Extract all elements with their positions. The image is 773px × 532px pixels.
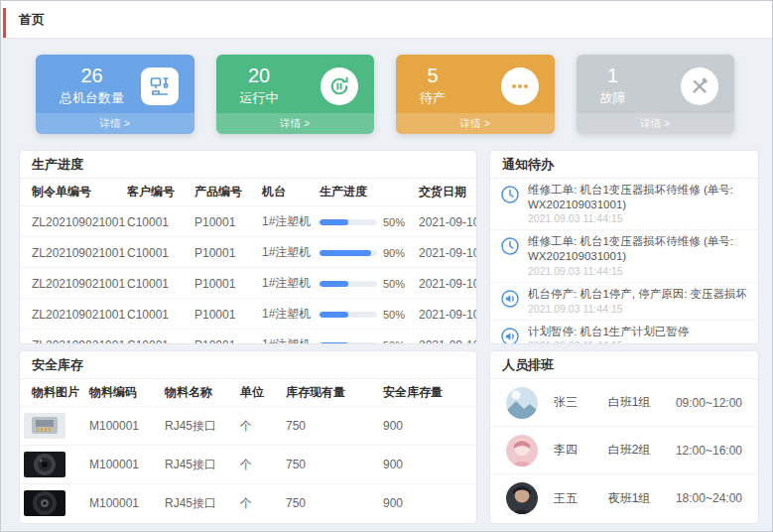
product-no-cell: P10001 [191,237,258,268]
stat-card-total-machines[interactable]: 26 总机台数量 详情 > [36,55,194,134]
column-header: 物料图片 [20,379,85,407]
progress-label: 50% [383,339,405,345]
clock-icon [500,185,520,204]
material-code-cell: M100001 [85,446,161,484]
avatar-photo [506,435,538,466]
column-header: 生产进度 [316,179,415,206]
safety-stock-cell: 900 [379,484,476,523]
schedule-row: 王五 夜班1组 18:00~24:00 [490,474,758,522]
order-no-cell: ZL202109021001 [20,237,123,268]
stat-label: 待产 [420,89,446,107]
shift-label: 白班1组 [608,394,676,411]
panel-title: 通知待办 [490,151,758,179]
on-hand-cell: 750 [282,446,379,484]
card-detail-link[interactable]: 详情 > [36,113,194,134]
notification-item[interactable]: 计划暂停: 机台1生产计划已暂停 2021.09.03 11:44:15 [490,321,758,344]
notification-item[interactable]: 维修工单: 机台1变压器损坏待维修 (单号: WX202109031001) 2… [490,230,758,282]
progress-cell: 50% [316,330,415,345]
person-name: 李四 [554,442,608,459]
notification-time: 2021.09.03 11:44:15 [528,212,748,224]
material-image-cell [20,446,85,484]
table-row: M100001 RJ45接口 个 750 900 [20,407,476,446]
notification-time: 2021.09.03 11:44:15 [528,303,747,315]
progress-label: 50% [383,216,405,228]
order-no-cell: ZL202109021001 [20,206,123,237]
material-code-cell: M100001 [85,407,161,446]
speaker-icon [500,289,520,309]
product-no-cell: P10001 [191,330,258,345]
shift-label: 夜班1组 [608,490,676,507]
notification-item[interactable]: 维修工单: 机台1变压器损坏待维修 (单号: WX202109031001) 2… [490,179,758,230]
table-row: M100001 RJ45接口 个 750 900 [20,446,476,484]
card-detail-link[interactable]: 详情 > [577,113,735,134]
card-detail-link[interactable]: 详情 > [396,113,555,134]
ellipsis-icon [501,67,539,105]
stat-cards-row: 26 总机台数量 详情 > 20 运行中 [36,55,734,134]
delivery-date-cell: 2021-09-10 [415,206,476,237]
product-no-cell: P10001 [191,299,258,330]
speaker-icon [500,327,520,344]
panel-notifications: 通知待办 维修工单: 机台1变压器损坏待维修 (单号: WX2021090310… [489,150,759,344]
stat-card-running[interactable]: 20 运行中 详情 > [216,55,375,134]
customer-no-cell: C10001 [123,206,191,237]
avatar-photo [506,482,538,514]
table-row: M100001 RJ45接口 个 750 900 [20,484,476,523]
stat-label: 故障 [600,89,626,107]
order-no-cell: ZL202109021001 [20,299,123,330]
stat-card-pending[interactable]: 5 待产 详情 > [396,55,555,134]
notification-item[interactable]: 机台停产: 机台1停产, 停产原因: 变压器损坏 2021.09.03 11:4… [490,283,758,321]
machine-cell: 1#注塑机 [258,237,316,268]
column-header: 制令单编号 [20,179,123,206]
order-no-cell: ZL202109021001 [20,268,123,299]
panel-title: 生产进度 [20,151,476,179]
unit-cell: 个 [236,446,282,484]
delivery-date-cell: 2021-09-10 [415,299,476,330]
panel-title: 安全库存 [20,351,476,379]
notification-text: 维修工单: 机台1变压器损坏待维修 (单号: WX202109031001) [528,234,748,263]
column-header: 交货日期 [415,179,476,206]
progress-cell: 90% [316,237,415,268]
column-header: 库存现有量 [282,379,379,407]
left-accent-strip [3,8,6,38]
stat-value: 5 [420,65,446,87]
material-name-cell: RJ45接口 [161,407,236,446]
notification-text: 机台停产: 机台1停产, 停产原因: 变压器损坏 [528,287,747,302]
card-detail-link[interactable]: 详情 > [216,113,375,134]
customer-no-cell: C10001 [123,330,191,345]
machine-cell: 1#注塑机 [258,206,316,237]
notification-text: 计划暂停: 机台1生产计划已暂停 [528,325,689,339]
order-no-cell: ZL202109021001 [20,330,123,345]
product-no-cell: P10001 [191,206,258,237]
panel-production-progress: 生产进度 制令单编号 客户编号 产品编号 机台 生产进度 交货日期 ZL2021… [19,150,477,344]
unit-cell: 个 [236,407,282,446]
person-name: 张三 [554,394,608,411]
round-connector-photo [24,452,65,477]
top-bar: 首页 [1,1,772,39]
stat-value: 26 [60,65,124,87]
delivery-date-cell: 2021-09-10 [415,330,476,345]
shift-time: 18:00~24:00 [676,491,742,505]
panel-safety-inventory: 安全库存 物料图片 物料编码 物料名称 单位 库存现有量 安全库存量 [19,350,477,524]
material-name-cell: RJ45接口 [161,484,236,523]
production-table: 制令单编号 客户编号 产品编号 机台 生产进度 交货日期 ZL202109021… [20,179,476,344]
material-name-cell: RJ45接口 [161,446,236,484]
stat-value: 20 [240,65,279,87]
clock-icon [500,236,520,256]
material-image-cell [20,484,85,523]
delivery-date-cell: 2021-09-10 [415,237,476,268]
table-header-row: 物料图片 物料编码 物料名称 单位 库存现有量 安全库存量 [20,379,476,407]
speaker-photo [24,490,65,516]
stat-card-fault[interactable]: 1 故障 详情 > [577,55,735,134]
safety-stock-cell: 900 [379,446,476,484]
unit-cell: 个 [236,484,282,523]
progress-bar [320,312,348,318]
machine-cell: 1#注塑机 [258,299,316,330]
notification-time: 2021.09.03 11:44:15 [528,339,689,344]
schedule-row: 李四 白班2组 12:00~16:00 [490,427,758,474]
progress-cell: 50% [316,299,415,330]
material-code-cell: M100001 [85,484,161,523]
on-hand-cell: 750 [282,484,379,523]
panel-personnel-schedule: 人员排班 张三 白班1组 09:00~12:00 李四 白班2组 12:00~1… [489,350,759,524]
machine-cell: 1#注塑机 [258,330,316,345]
shift-label: 白班2组 [608,442,676,459]
